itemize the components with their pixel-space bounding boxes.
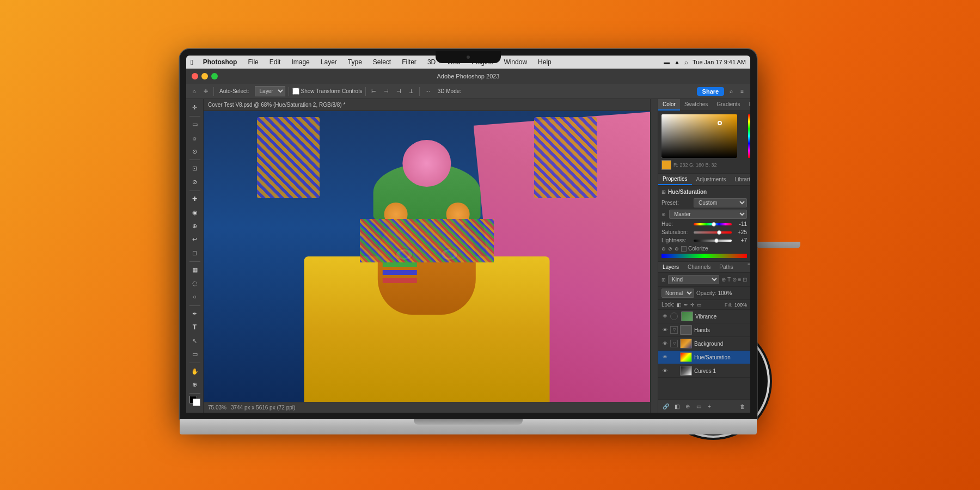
saturation-slider[interactable] [694, 231, 732, 234]
align-center-icon[interactable]: ⊣ [382, 87, 391, 95]
background-color[interactable] [193, 399, 200, 406]
add-layer-btn[interactable]: + [705, 402, 714, 411]
layer-eye-vibrance[interactable]: 👁 [661, 313, 668, 320]
eyedropper-1-icon[interactable]: ⊘ [661, 246, 666, 252]
dodge-tool[interactable]: ○ [188, 291, 201, 303]
blend-mode-select[interactable]: Normal [661, 289, 694, 298]
move-tool-icon[interactable]: ✛ [201, 87, 210, 95]
search-icon[interactable]: ⌕ [684, 59, 688, 65]
close-button[interactable] [192, 73, 198, 79]
color-picker-handle[interactable] [718, 121, 722, 125]
text-tool[interactable]: T [188, 321, 201, 334]
menu-edit[interactable]: Edit [267, 58, 283, 66]
clone-stamp-tool[interactable]: ⊕ [188, 220, 201, 232]
menu-image[interactable]: Image [289, 58, 311, 66]
tab-layers[interactable]: Layers [658, 262, 683, 272]
app-name[interactable]: Photoshop [201, 58, 240, 66]
hue-slider-thumb[interactable] [712, 222, 716, 226]
menu-filter[interactable]: Filter [400, 58, 419, 66]
layer-vibrance[interactable]: 👁 Vibrance [658, 310, 750, 323]
layer-hue-sat[interactable]: 👁 Hue/Saturation [658, 351, 750, 364]
tab-color[interactable]: Color [658, 99, 680, 111]
link-layers-btn[interactable]: 🔗 [661, 402, 670, 411]
tab-paths[interactable]: Paths [715, 262, 738, 272]
layer-eye-curves[interactable]: 👁 [661, 367, 668, 374]
eyedropper-tool[interactable]: ⊘ [188, 176, 201, 188]
layer-select[interactable]: Layer [255, 86, 285, 96]
more-options-icon[interactable]: ··· [423, 87, 432, 95]
layers-menu-icon[interactable]: ≡ [748, 262, 750, 272]
color-swatches[interactable] [189, 396, 200, 406]
layer-background[interactable]: 👁 ▽ Background [658, 337, 750, 351]
home-icon[interactable]: ⌂ [191, 87, 198, 95]
rect-select-tool[interactable]: ▭ [188, 119, 201, 131]
menu-layer[interactable]: Layer [318, 58, 339, 66]
fg-color-swatch[interactable] [661, 160, 671, 170]
colorize-checkbox[interactable] [681, 246, 687, 252]
lightness-slider[interactable] [694, 240, 732, 242]
history-brush-tool[interactable]: ↩ [188, 233, 201, 246]
filter-type-icons[interactable]: ⊕ T ⊘ ≡ ⊡ [721, 277, 747, 283]
menu-select[interactable]: Select [371, 58, 393, 66]
menu-window[interactable]: Window [501, 58, 529, 66]
tab-adjustments[interactable]: Adjustments [692, 174, 731, 185]
menu-file[interactable]: File [246, 58, 260, 66]
eraser-tool[interactable]: ◻ [188, 247, 201, 259]
tab-properties[interactable]: Properties [658, 174, 692, 185]
maximize-button[interactable] [211, 73, 218, 79]
gradient-tool[interactable]: ▦ [188, 264, 201, 277]
canvas-tab[interactable]: Cover Test V8.psd @ 68% (Hue/Saturation … [204, 99, 650, 111]
hue-slider[interactable] [694, 223, 732, 225]
layer-eye-hands[interactable]: 👁 [661, 327, 668, 333]
quick-select-tool[interactable]: ⊙ [188, 145, 201, 158]
brush-tool[interactable]: ◉ [188, 206, 201, 219]
layer-eye-background[interactable]: 👁 [661, 340, 668, 347]
preset-select[interactable]: Custom [694, 198, 747, 207]
tab-swatches[interactable]: Swatches [680, 99, 712, 111]
shape-tool[interactable]: ▭ [188, 348, 201, 360]
channel-select[interactable]: Master [669, 210, 747, 219]
minimize-button[interactable] [201, 73, 208, 79]
ps-canvas-wrap[interactable] [204, 111, 650, 402]
crop-tool[interactable]: ⊡ [188, 162, 201, 175]
lock-paint-icon[interactable]: ✒ [684, 302, 688, 308]
color-gradient[interactable] [661, 114, 737, 158]
layers-kind-select[interactable]: Kind [668, 275, 719, 284]
pen-tool[interactable]: ✒ [188, 308, 201, 320]
search-workspace-icon[interactable]: ⌕ [727, 87, 735, 95]
lasso-tool[interactable]: ⌾ [188, 132, 201, 144]
color-spectrum[interactable] [748, 114, 750, 158]
eyedropper-3-icon[interactable]: ⊘ [675, 246, 679, 252]
add-group-btn[interactable]: ▭ [694, 402, 703, 411]
tab-gradients[interactable]: Gradients [712, 99, 744, 111]
eyedropper-2-icon[interactable]: ⊘ [668, 246, 672, 252]
workspace-options-icon[interactable]: ≡ [738, 87, 746, 95]
move-tool[interactable]: ✛ [188, 101, 201, 114]
menu-help[interactable]: Help [536, 58, 554, 66]
lock-transparent-icon[interactable]: ◧ [677, 302, 682, 308]
tab-channels[interactable]: Channels [683, 262, 715, 272]
tab-libraries[interactable]: Libraries [731, 174, 750, 185]
add-adjustment-btn[interactable]: ⊕ [683, 402, 692, 411]
lock-artboard-icon[interactable]: ▭ [697, 302, 702, 308]
saturation-slider-thumb[interactable] [717, 230, 721, 235]
share-button[interactable]: Share [697, 87, 725, 96]
delete-layer-btn[interactable]: 🗑 [738, 402, 747, 411]
add-mask-btn[interactable]: ◧ [672, 402, 681, 411]
hand-tool[interactable]: ✋ [188, 365, 201, 378]
distribute-icon[interactable]: ⊥ [407, 87, 416, 95]
lightness-slider-thumb[interactable] [714, 238, 719, 243]
healing-tool[interactable]: ✚ [188, 193, 201, 206]
align-right-icon[interactable]: ⊣ [394, 87, 403, 95]
zoom-tool[interactable]: ⊕ [188, 379, 201, 391]
lock-position-icon[interactable]: ✛ [690, 302, 695, 308]
tab-patterns[interactable]: Patterns [745, 99, 750, 111]
layer-curves[interactable]: 👁 Curves 1 [658, 364, 750, 378]
transform-controls-checkbox[interactable] [292, 88, 299, 95]
menu-type[interactable]: Type [346, 58, 364, 66]
path-select-tool[interactable]: ↖ [188, 335, 201, 347]
layer-eye-huesat[interactable]: 👁 [661, 354, 668, 360]
blur-tool[interactable]: ◌ [188, 277, 201, 290]
layer-hands[interactable]: 👁 ▽ Hands [658, 323, 750, 337]
align-left-icon[interactable]: ⊢ [369, 87, 378, 95]
